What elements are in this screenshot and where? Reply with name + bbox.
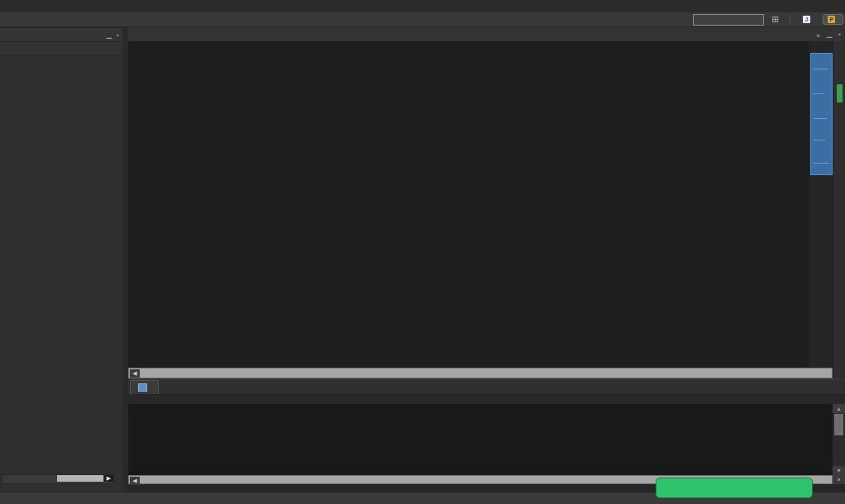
maximize-view-icon[interactable]: ▪	[117, 31, 119, 39]
sidebar-hscrollbar-arrow[interactable]: ▶	[104, 475, 113, 482]
console-panel: ▲ ▼ ◀ »	[128, 380, 845, 492]
console-vscrollbar[interactable]: ▲ ▼	[833, 404, 845, 475]
perspective-java[interactable]: J	[799, 15, 818, 24]
status-bar	[0, 492, 845, 504]
quick-access-input[interactable]	[693, 14, 764, 26]
package-explorer-tree	[0, 56, 122, 60]
console-scroll-corner[interactable]: »	[833, 475, 845, 484]
pydev-perspective-icon: P	[828, 16, 835, 23]
console-output[interactable]	[128, 404, 833, 475]
eclipse-pydev-window: { "menu": { "items": ["Edit","Source","R…	[0, 0, 845, 504]
code-editor[interactable]	[128, 41, 808, 368]
editor-tabbar-right: » ▁ ▪	[816, 30, 845, 40]
console-hscrollbar-left-button[interactable]: ◀	[130, 477, 140, 485]
console-tab-bar	[128, 380, 845, 395]
minimize-view-icon[interactable]: ▁	[107, 31, 112, 39]
console-icon	[138, 383, 147, 392]
perspective-pydev[interactable]: P	[823, 14, 843, 25]
console-tab[interactable]	[130, 380, 159, 394]
package-explorer-toolbar	[0, 42, 122, 56]
console-scroll-down-icon[interactable]: ▼	[833, 466, 845, 475]
maximize-editor-icon[interactable]: ▪	[838, 31, 841, 38]
java-perspective-icon: J	[803, 16, 810, 23]
hidden-editors-icon[interactable]: »	[816, 30, 820, 40]
editor-overview-ruler[interactable]	[833, 41, 845, 378]
open-perspective-icon[interactable]: ⊞	[769, 12, 781, 26]
sidebar-hscrollbar-thumb[interactable]	[57, 475, 103, 482]
sidebar-editor-sash[interactable]	[122, 27, 128, 492]
console-hscrollbar[interactable]: ◀	[128, 475, 833, 484]
minimize-editor-icon[interactable]: ▁	[827, 31, 832, 38]
console-vscrollbar-thumb[interactable]	[834, 414, 843, 435]
editor-hscrollbar[interactable]: ◀	[128, 368, 833, 378]
console-scroll-up-icon[interactable]: ▲	[833, 404, 845, 413]
toolbar-separator	[790, 15, 790, 25]
editor-vscrollbar[interactable]	[808, 41, 833, 378]
editor-hscrollbar-left-button[interactable]: ◀	[130, 369, 140, 378]
menu-bar	[0, 0, 845, 12]
overview-annotation-mark[interactable]	[837, 84, 843, 102]
package-explorer-panel: ▁ ▪ ▶	[0, 27, 122, 492]
editor-tab-bar: » ▁ ▪	[128, 27, 845, 42]
editor-vscrollbar-thumb[interactable]	[810, 53, 833, 175]
sidebar-hscrollbar[interactable]: ▶	[2, 474, 114, 484]
main-toolbar: ⊞ J P	[0, 12, 845, 27]
toolbar-right: ⊞ J P	[693, 12, 845, 27]
package-explorer-header[interactable]: ▁ ▪	[0, 28, 122, 42]
